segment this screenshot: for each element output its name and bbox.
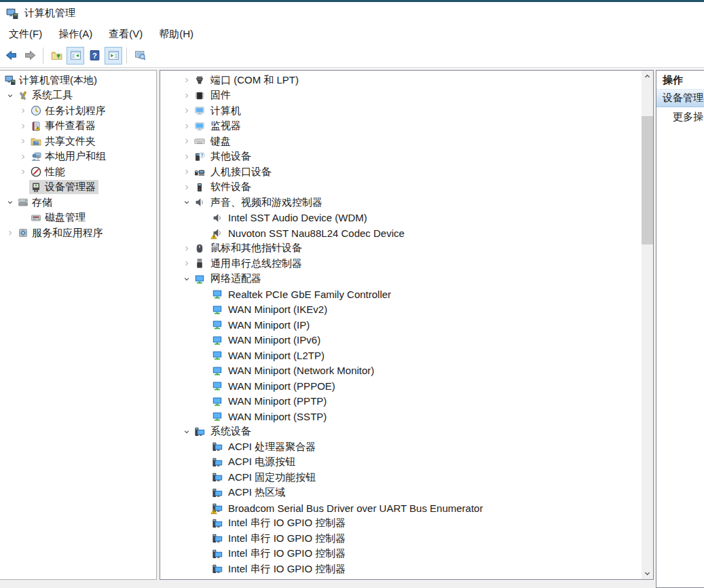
console-tree-toggle-button[interactable]	[67, 47, 84, 65]
tree-expander[interactable]	[3, 198, 16, 206]
chevron-collapsed-icon[interactable]	[19, 107, 27, 115]
tree-expander[interactable]	[179, 137, 194, 145]
menu-item-view[interactable]: 查看(V)	[101, 26, 150, 43]
device-row-32[interactable]: Intel 串行 IO GPIO 控制器	[160, 562, 653, 577]
device-row-14[interactable]: Realtek PCIe GbE Family Controller	[160, 287, 653, 302]
chevron-collapsed-icon[interactable]	[19, 153, 27, 161]
tree-expander[interactable]	[16, 168, 29, 176]
device-row-18[interactable]: WAN Miniport (L2TP)	[160, 348, 653, 363]
chevron-collapsed-icon[interactable]	[183, 183, 191, 191]
sidebar-item-8[interactable]: 存储	[0, 195, 156, 210]
sidebar-item-2[interactable]: 任务计划程序	[0, 103, 156, 119]
sidebar-item-0[interactable]: 计算机管理(本地)	[0, 73, 156, 88]
device-row-8[interactable]: 声音、视频和游戏控制器	[160, 195, 653, 210]
chevron-collapsed-icon[interactable]	[19, 168, 27, 176]
tree-expander[interactable]	[179, 76, 194, 84]
sidebar-item-7[interactable]: 设备管理器	[0, 180, 156, 196]
chevron-expanded-icon[interactable]	[6, 198, 14, 206]
device-row-0[interactable]: 端口 (COM 和 LPT)	[160, 73, 653, 88]
tree-expander[interactable]	[179, 153, 194, 161]
device-row-33[interactable]	[160, 577, 653, 581]
chevron-collapsed-icon[interactable]	[183, 92, 191, 100]
chevron-collapsed-icon[interactable]	[6, 229, 14, 237]
device-row-23[interactable]: 系统设备	[160, 424, 653, 440]
vertical-scrollbar[interactable]	[642, 71, 653, 579]
help-button[interactable]: ?	[86, 47, 103, 65]
tree-expander[interactable]	[179, 244, 194, 253]
tree-expander[interactable]	[16, 122, 29, 130]
console-properties-button[interactable]	[131, 47, 149, 65]
device-row-19[interactable]: WAN Miniport (Network Monitor)	[160, 363, 653, 379]
sidebar-item-4[interactable]: 共享文件夹	[0, 134, 156, 149]
more-actions-item[interactable]: 更多操作	[656, 107, 704, 127]
sidebar-item-6[interactable]: 性能	[0, 164, 156, 180]
tree-expander[interactable]	[179, 92, 194, 100]
device-row-17[interactable]: WAN Miniport (IPv6)	[160, 333, 653, 348]
action-pane-toggle-button[interactable]	[105, 47, 122, 65]
tree-expander[interactable]	[179, 183, 194, 191]
chevron-collapsed-icon[interactable]	[183, 244, 191, 253]
device-row-20[interactable]: WAN Miniport (PPPOE)	[160, 378, 653, 394]
device-row-21[interactable]: WAN Miniport (PPTP)	[160, 394, 653, 409]
scroll-up-button[interactable]	[642, 71, 653, 82]
device-row-6[interactable]: 人机接口设备	[160, 164, 653, 180]
device-row-13[interactable]: 网络适配器	[160, 272, 653, 287]
tree-expander[interactable]	[179, 275, 194, 283]
device-row-4[interactable]: 键盘	[160, 134, 653, 149]
chevron-collapsed-icon[interactable]	[19, 137, 27, 145]
scroll-down-button[interactable]	[642, 568, 653, 579]
chevron-expanded-icon[interactable]	[6, 92, 14, 100]
chevron-collapsed-icon[interactable]	[183, 153, 191, 161]
tree-expander[interactable]	[16, 107, 29, 115]
chevron-collapsed-icon[interactable]	[183, 122, 191, 130]
device-row-31[interactable]: Intel 串行 IO GPIO 控制器	[160, 547, 653, 562]
sidebar-item-3[interactable]: 事件查看器	[0, 119, 156, 134]
tree-expander[interactable]	[3, 92, 16, 100]
device-row-30[interactable]: Intel 串行 IO GPIO 控制器	[160, 531, 653, 547]
device-row-12[interactable]: 通用串行总线控制器	[160, 256, 653, 272]
chevron-collapsed-icon[interactable]	[183, 76, 191, 84]
tree-expander[interactable]	[16, 153, 29, 161]
device-row-1[interactable]: 固件	[160, 88, 653, 104]
device-row-26[interactable]: ACPI 固定功能按钮	[160, 470, 653, 485]
device-row-28[interactable]: Broadcom Serial Bus Driver over UART Bus…	[160, 500, 653, 516]
device-row-16[interactable]: WAN Miniport (IP)	[160, 317, 653, 333]
scrollbar-thumb[interactable]	[642, 116, 653, 244]
device-row-10[interactable]: Nuvoton SST Nau88L24 Codec Device	[160, 225, 653, 241]
sidebar-item-1[interactable]: 系统工具	[0, 88, 156, 104]
forward-button[interactable]	[21, 47, 39, 65]
menu-item-help[interactable]: 帮助(H)	[151, 26, 201, 43]
menu-item-file[interactable]: 文件(F)	[1, 26, 50, 43]
tree-expander[interactable]	[179, 122, 194, 130]
device-row-7[interactable]: 软件设备	[160, 180, 653, 196]
back-button[interactable]	[2, 47, 20, 65]
device-row-29[interactable]: Intel 串行 IO GPIO 控制器	[160, 516, 653, 532]
tree-expander[interactable]	[179, 168, 194, 176]
up-level-button[interactable]	[48, 47, 65, 65]
device-row-22[interactable]: WAN Miniport (SSTP)	[160, 409, 653, 424]
device-row-9[interactable]: Intel SST Audio Device (WDM)	[160, 210, 653, 226]
device-row-25[interactable]: ACPI 电源按钮	[160, 455, 653, 471]
device-row-5[interactable]: ?其他设备	[160, 149, 653, 165]
sidebar-item-5[interactable]: 本地用户和组	[0, 149, 156, 165]
tree-expander[interactable]	[179, 198, 194, 206]
device-row-15[interactable]: WAN Miniport (IKEv2)	[160, 302, 653, 318]
chevron-collapsed-icon[interactable]	[183, 137, 191, 145]
tree-expander[interactable]	[179, 107, 194, 115]
sidebar-item-9[interactable]: 磁盘管理	[0, 210, 156, 226]
chevron-collapsed-icon[interactable]	[183, 107, 191, 115]
sidebar-item-10[interactable]: 服务和应用程序	[0, 225, 156, 241]
device-row-3[interactable]: 监视器	[160, 119, 653, 134]
tree-expander[interactable]	[179, 259, 194, 268]
device-row-11[interactable]: 鼠标和其他指针设备	[160, 241, 653, 257]
chevron-collapsed-icon[interactable]	[19, 122, 27, 130]
tree-expander[interactable]	[179, 428, 194, 436]
menu-item-action[interactable]: 操作(A)	[51, 26, 100, 43]
chevron-expanded-icon[interactable]	[183, 428, 191, 436]
chevron-expanded-icon[interactable]	[183, 198, 191, 206]
tree-expander[interactable]	[3, 229, 16, 237]
device-row-24[interactable]: ACPI 处理器聚合器	[160, 439, 653, 455]
device-row-27[interactable]: ACPI 热区域	[160, 485, 653, 501]
device-row-2[interactable]: 计算机	[160, 103, 653, 119]
chevron-collapsed-icon[interactable]	[183, 259, 191, 268]
